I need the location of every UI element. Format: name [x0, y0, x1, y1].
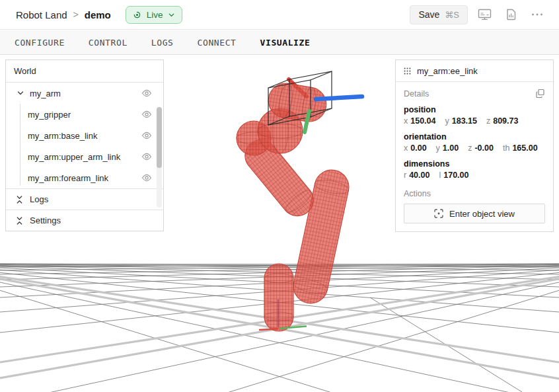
visibility-eye-icon[interactable] [141, 130, 153, 141]
tree-item-my-gripper[interactable]: my_gripper [6, 104, 163, 125]
group-label: orientation [404, 132, 545, 141]
enter-object-view-button[interactable]: Enter object view [404, 204, 545, 223]
drag-handle-icon[interactable] [404, 67, 411, 75]
tree-scrollbar[interactable] [157, 107, 162, 208]
settings-section-toggle[interactable]: Settings [6, 210, 163, 231]
world-panel-title: World [6, 60, 163, 83]
ellipsis-icon [531, 13, 543, 17]
pos-z-key: z [486, 116, 490, 126]
more-menu-button[interactable] [527, 5, 547, 24]
dim-r-value: 40.00 [409, 171, 429, 180]
app-header: Robot Land > demo Live Save ⌘S [0, 0, 559, 30]
pos-z-value: 809.73 [493, 116, 518, 126]
focus-crosshair-icon [434, 209, 443, 218]
collapse-icon [16, 195, 23, 204]
save-button[interactable]: Save ⌘S [410, 5, 468, 24]
group-label: dimensions [404, 159, 545, 169]
collapse-icon [16, 216, 23, 225]
ori-th-value: 165.00 [512, 143, 537, 153]
breadcrumb-current: demo [85, 9, 111, 20]
breadcrumb: Robot Land > demo [16, 9, 111, 20]
live-label: Live [147, 10, 163, 20]
details-panel-header[interactable]: my_arm:ee_link [396, 60, 553, 82]
tree-item-label: my_arm:forearm_link [28, 173, 143, 183]
tree-item-base-link[interactable]: my_arm:base_link [6, 125, 163, 146]
dim-r-key: r [404, 171, 406, 180]
monitor-icon [478, 9, 492, 20]
enter-object-view-label: Enter object view [449, 209, 515, 219]
world-tree: my_arm my_gripper [6, 83, 163, 188]
position-group: position x150.04 y183.15 z809.73 [404, 105, 545, 126]
pos-x-value: 150.04 [410, 116, 435, 126]
actions-section-label: Actions [404, 189, 545, 198]
origin-x-axis [259, 329, 278, 331]
dim-l-value: 170.00 [443, 171, 468, 180]
logs-section-toggle[interactable]: Logs [6, 188, 163, 210]
pos-y-key: y [445, 116, 449, 126]
tree-item-label: my_arm [30, 89, 143, 98]
dimensions-group: dimensions r40.00 l170.00 [404, 159, 545, 180]
settings-section-label: Settings [30, 216, 61, 225]
ori-x-key: x [404, 143, 408, 153]
robot-base-link[interactable] [264, 264, 293, 331]
data-report-button[interactable] [501, 5, 521, 24]
tab-visualize[interactable]: VISUALIZE [248, 32, 322, 54]
details-panel-body: Details position x150.04 y183.15 z809.73 [396, 82, 553, 231]
world-panel: World my_arm my_gripper [5, 59, 164, 231]
selected-object-title: my_arm:ee_link [417, 66, 478, 76]
remote-screen-button[interactable] [474, 5, 494, 24]
copy-icon[interactable] [535, 89, 545, 98]
save-label: Save [418, 9, 439, 20]
tree-item-forearm-link[interactable]: my_arm:forearm_link [6, 167, 163, 188]
visibility-eye-icon[interactable] [141, 172, 153, 184]
ori-z-key: z [468, 143, 472, 153]
ori-th-key: th [503, 143, 509, 153]
tree-children: my_gripper my_arm:base_link [6, 104, 163, 188]
ori-y-key: y [436, 143, 440, 153]
visualize-app: Robot Land > demo Live Save ⌘S [0, 0, 559, 392]
object-details-panel: my_arm:ee_link Details position x150.04 … [395, 59, 554, 232]
gizmo-z-axis[interactable] [316, 97, 362, 99]
tree-scrollbar-thumb[interactable] [157, 107, 162, 168]
tree-item-upper-arm-link[interactable]: my_arm:upper_arm_link [6, 146, 163, 167]
logs-section-label: Logs [30, 194, 48, 204]
tree-item-label: my_arm:base_link [28, 131, 143, 141]
tree-item-label: my_arm:upper_arm_link [28, 152, 143, 162]
chevron-down-icon [168, 11, 175, 19]
breadcrumb-separator: > [73, 9, 79, 20]
breadcrumb-root[interactable]: Robot Land [16, 9, 67, 20]
tab-logs[interactable]: LOGS [139, 32, 186, 54]
chevron-down-icon[interactable] [15, 88, 26, 98]
ori-y-value: 1.00 [443, 143, 459, 153]
ori-x-value: 0.00 [410, 143, 426, 153]
main-tabbar: CONFIGURE CONTROL LOGS CONNECT VISUALIZE [0, 30, 559, 55]
visibility-eye-icon[interactable] [141, 108, 153, 120]
live-icon [132, 10, 142, 20]
visibility-eye-icon[interactable] [141, 87, 153, 99]
pos-x-key: x [404, 116, 408, 126]
live-status-dropdown[interactable]: Live [126, 6, 182, 24]
ori-z-value: -0.00 [474, 143, 494, 153]
visibility-eye-icon[interactable] [141, 151, 153, 163]
tree-item-label: my_gripper [28, 110, 143, 120]
dim-l-key: l [439, 171, 441, 180]
save-shortcut: ⌘S [445, 10, 459, 20]
header-actions: Save ⌘S [410, 5, 547, 24]
tab-configure[interactable]: CONFIGURE [3, 32, 77, 54]
pos-y-value: 183.15 [452, 116, 477, 126]
tab-control[interactable]: CONTROL [77, 32, 139, 54]
file-chart-icon [506, 9, 516, 20]
orientation-group: orientation x0.00 y1.00 z-0.00 th165.00 [404, 132, 545, 153]
tree-item-my-arm[interactable]: my_arm [6, 83, 163, 104]
tab-connect[interactable]: CONNECT [186, 32, 248, 54]
group-label: position [404, 105, 545, 114]
details-section-label: Details [404, 89, 429, 98]
